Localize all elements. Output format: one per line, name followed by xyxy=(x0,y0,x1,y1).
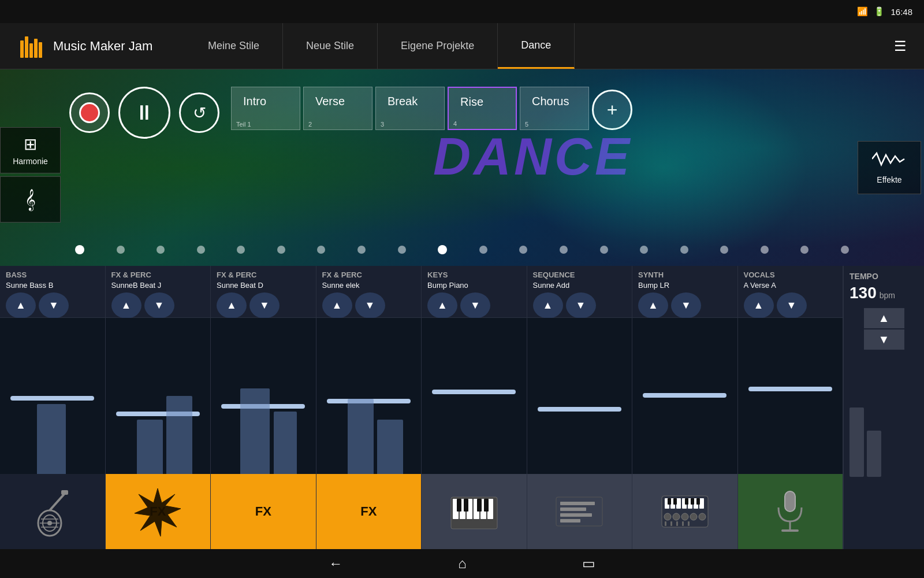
section-tab-chorus[interactable]: Chorus 5 xyxy=(520,87,589,130)
keys-slider[interactable] xyxy=(432,390,516,394)
fx3-burst-icon[interactable]: FX xyxy=(316,474,422,549)
timeline-dot-9[interactable] xyxy=(438,245,447,254)
tempo-value: 130 xyxy=(850,284,877,302)
vocals-pad[interactable] xyxy=(738,318,843,474)
bass-guitar-icon[interactable] xyxy=(0,474,105,549)
timeline-dot-15[interactable] xyxy=(680,246,688,254)
sequence-icon[interactable] xyxy=(527,474,632,549)
harmonie-btn[interactable]: ⊞ Harmonie xyxy=(0,127,61,173)
timeline-dot-5[interactable] xyxy=(277,246,285,254)
bass-down-arrow[interactable]: ▼ xyxy=(39,292,69,318)
section-tab-verse[interactable]: Verse 2 xyxy=(303,87,372,130)
synth-keyboard-icon[interactable] xyxy=(632,474,737,549)
timeline-dot-8[interactable] xyxy=(398,246,406,254)
seq-icon-area[interactable] xyxy=(527,474,632,549)
timeline-dot-1[interactable] xyxy=(117,246,125,254)
vocals-down-arrow[interactable]: ▼ xyxy=(777,292,807,318)
bass-pad[interactable] xyxy=(0,318,105,474)
section-tab-intro[interactable]: Intro Teil 1 xyxy=(231,87,300,130)
keys-icon-area[interactable] xyxy=(422,474,527,549)
vocals-icon-area[interactable] xyxy=(738,474,843,549)
chorus-label: Chorus xyxy=(532,92,577,108)
timeline-dot-12[interactable] xyxy=(560,246,568,254)
synth-down-arrow[interactable]: ▼ xyxy=(671,292,701,318)
timeline-dot-4[interactable] xyxy=(237,246,245,254)
timeline-dot-11[interactable] xyxy=(519,246,527,254)
timeline-dot-7[interactable] xyxy=(357,246,366,254)
right-panel: Effekte xyxy=(855,69,924,266)
keys-down-arrow[interactable]: ▼ xyxy=(460,292,490,318)
fx2-icon-area[interactable]: FX xyxy=(211,474,316,549)
synth-slider[interactable] xyxy=(643,393,726,398)
seq-up-arrow[interactable]: ▲ xyxy=(533,292,563,318)
pause-button[interactable]: ⏸ xyxy=(118,87,170,139)
fx1-pad[interactable] xyxy=(106,318,211,474)
svg-rect-38 xyxy=(699,498,704,509)
bass-slider[interactable] xyxy=(10,396,94,401)
replay-button[interactable]: ↺ xyxy=(179,92,219,133)
effekte-button[interactable]: Effekte xyxy=(858,141,921,194)
keys-up-arrow[interactable]: ▲ xyxy=(427,292,457,318)
timeline-dot-18[interactable] xyxy=(800,246,808,254)
fx3-pad[interactable] xyxy=(316,318,422,474)
timeline-dot-10[interactable] xyxy=(479,246,487,254)
fx3-icon-area[interactable]: FX xyxy=(316,474,422,549)
nav-tab-neue-stile[interactable]: Neue Stile xyxy=(283,23,378,69)
back-button[interactable]: ← xyxy=(329,555,342,572)
tempo-down-button[interactable]: ▼ xyxy=(864,329,904,350)
svg-rect-41 xyxy=(685,498,688,505)
chorus-number: 5 xyxy=(525,121,528,128)
timeline-dot-0[interactable] xyxy=(75,245,84,254)
synth-up-arrow[interactable]: ▲ xyxy=(638,292,668,318)
timeline-dot-6[interactable] xyxy=(317,246,325,254)
nav-tab-dance[interactable]: Dance xyxy=(498,23,575,69)
fx1-burst-icon[interactable]: FX FX xyxy=(106,474,211,549)
vocals-slider[interactable] xyxy=(748,387,832,391)
fx3-vbar2 xyxy=(377,420,403,475)
timeline-dot-14[interactable] xyxy=(640,246,648,254)
synth-icon-area[interactable] xyxy=(632,474,737,549)
timeline-dot-16[interactable] xyxy=(720,246,728,254)
tempo-up-button[interactable]: ▲ xyxy=(864,308,904,328)
bass-up-arrow[interactable]: ▲ xyxy=(6,292,36,318)
home-button[interactable]: ⌂ xyxy=(458,555,467,572)
nav-tab-meine-stile[interactable]: Meine Stile xyxy=(185,23,283,69)
fx2-burst-icon[interactable]: FX xyxy=(211,474,316,549)
recent-apps-button[interactable]: ▭ xyxy=(582,555,595,572)
hero-section: ⊞ Harmonie 𝄞 ⏸ ↺ Intro Teil 1 Verse 2 xyxy=(0,69,924,266)
fx2-down-arrow[interactable]: ▼ xyxy=(249,292,280,318)
fx1-up-arrow[interactable]: ▲ xyxy=(111,292,141,318)
fx2-up-arrow[interactable]: ▲ xyxy=(217,292,247,318)
svg-rect-25 xyxy=(484,499,489,512)
channel-sequence: SEQUENCE Sunne Add ▲ ▼ xyxy=(527,266,633,549)
add-section-button[interactable]: + xyxy=(592,90,632,130)
section-tab-rise[interactable]: Rise 4 xyxy=(448,87,517,130)
fx1-down-arrow[interactable]: ▼ xyxy=(144,292,174,318)
channel-fx-perc-1: FX & PERC SunneB Beat J ▲ ▼ FX FX xyxy=(106,266,211,549)
keys-pad[interactable] xyxy=(422,318,527,474)
fx2-pad[interactable] xyxy=(211,318,316,474)
fx3-up-arrow[interactable]: ▲ xyxy=(322,292,352,318)
piano-icon[interactable] xyxy=(422,474,527,549)
notes-btn[interactable]: 𝄞 xyxy=(0,176,61,223)
synth-pad[interactable] xyxy=(632,318,737,474)
record-button[interactable] xyxy=(69,92,110,133)
timeline-dot-2[interactable] xyxy=(157,246,165,254)
channel-synth: SYNTH Bump LR ▲ ▼ xyxy=(632,266,738,549)
timeline-dot-3[interactable] xyxy=(197,246,205,254)
fx3-down-arrow[interactable]: ▼ xyxy=(355,292,385,318)
svg-rect-52 xyxy=(682,521,684,526)
timeline-dot-13[interactable] xyxy=(600,246,608,254)
seq-pad[interactable] xyxy=(527,318,632,474)
bass-icon-area[interactable] xyxy=(0,474,105,549)
hamburger-menu[interactable]: ☰ xyxy=(877,38,924,54)
mic-icon[interactable] xyxy=(738,474,843,549)
seq-down-arrow[interactable]: ▼ xyxy=(566,292,596,318)
seq-slider[interactable] xyxy=(538,407,621,412)
timeline-dot-19[interactable] xyxy=(841,246,849,254)
nav-tab-eigene-projekte[interactable]: Eigene Projekte xyxy=(378,23,498,69)
fx1-icon-area[interactable]: FX FX xyxy=(106,474,211,549)
timeline-dot-17[interactable] xyxy=(761,246,769,254)
section-tab-break[interactable]: Break 3 xyxy=(375,87,445,130)
vocals-up-arrow[interactable]: ▲ xyxy=(744,292,774,318)
